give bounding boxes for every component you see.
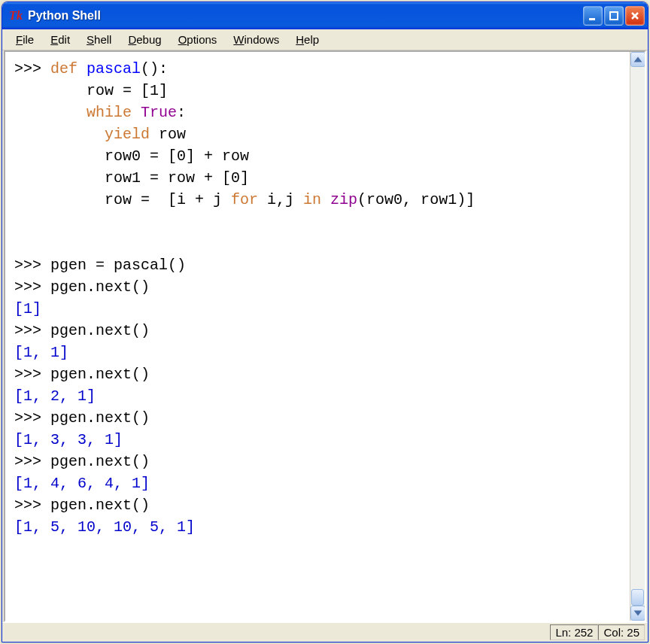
svg-rect-1 [610,12,618,20]
chevron-up-icon [631,53,645,66]
shell-output: [1] [14,300,41,317]
titlebar[interactable]: Tk Python Shell [2,2,648,29]
code-token: def [50,60,87,77]
menu-item-windows[interactable]: Windows [226,32,287,47]
maximize-button[interactable] [604,6,624,26]
prompt: >>> [14,257,50,274]
content-area: >>> def pascal(): row = [1] while True: … [4,50,646,622]
menu-item-edit[interactable]: Edit [43,32,77,47]
prompt: >>> [14,278,50,296]
code-token: pascal [87,60,141,77]
prompt: >>> [14,322,50,339]
scroll-thumb[interactable] [631,589,644,606]
prompt: >>> [14,366,50,383]
status-line: Ln: 252 [550,624,598,640]
menu-item-options[interactable]: Options [171,32,225,47]
scroll-up-button[interactable] [630,52,645,67]
prompt: >>> [14,497,50,514]
chevron-down-icon [631,606,645,620]
maximize-icon [609,11,619,21]
app-icon: Tk [8,8,23,23]
menubar: FileEditShellDebugOptionsWindowsHelp [2,29,648,50]
code-token: True [141,104,177,121]
shell-output: [1, 4, 6, 4, 1] [14,475,150,492]
minimize-button[interactable] [583,6,603,26]
prompt: >>> [14,60,50,77]
menu-item-shell[interactable]: Shell [79,32,119,47]
window-title: Python Shell [28,9,583,23]
statusbar: Ln: 252 Col: 25 [2,622,648,642]
scroll-track[interactable] [630,67,645,606]
menu-item-debug[interactable]: Debug [120,32,169,47]
code-token: while [87,104,141,121]
scroll-down-button[interactable] [630,606,645,621]
code-token: for [231,191,267,208]
window: Tk Python Shell FileEditShellDebugOption… [2,2,648,642]
shell-output: [1, 3, 3, 1] [14,431,123,448]
window-buttons [583,6,645,26]
prompt: >>> [14,409,50,427]
close-button[interactable] [625,6,645,26]
close-icon [630,11,640,21]
vertical-scrollbar[interactable] [630,52,645,621]
svg-rect-0 [589,18,595,20]
status-col: Col: 25 [598,624,645,640]
shell-text[interactable]: >>> def pascal(): row = [1] while True: … [5,52,630,621]
minimize-icon [588,11,598,21]
shell-output: [1, 2, 1] [14,387,96,405]
prompt: >>> [14,453,50,470]
code-token: yield [105,126,159,143]
code-token: in [303,191,330,208]
menu-item-help[interactable]: Help [288,32,327,47]
code-token: zip [330,191,357,208]
shell-output: [1, 1] [14,344,68,361]
menu-item-file[interactable]: File [8,32,41,47]
shell-output: [1, 5, 10, 10, 5, 1] [14,518,195,536]
